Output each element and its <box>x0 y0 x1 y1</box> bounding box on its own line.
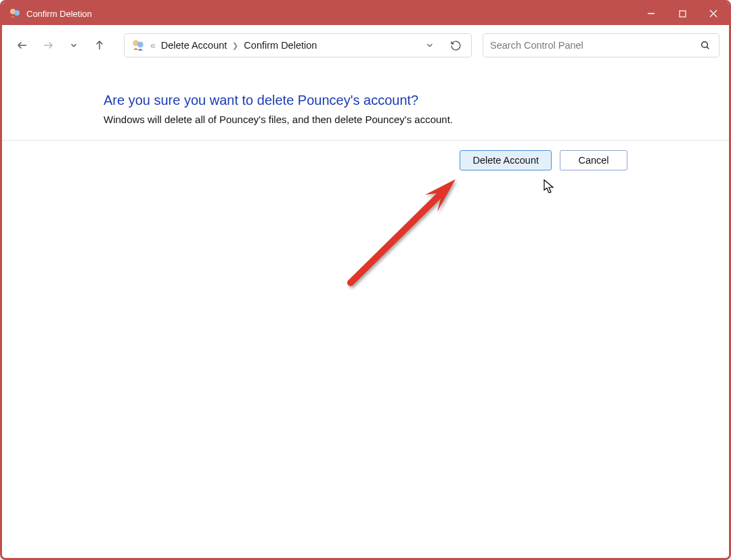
up-button[interactable] <box>89 34 110 56</box>
minimize-button[interactable] <box>636 2 667 25</box>
window: Confirm Deletion <box>0 0 731 560</box>
delete-account-button[interactable]: Delete Account <box>460 150 552 170</box>
svg-line-13 <box>351 193 442 283</box>
action-row: Delete Account Cancel <box>104 141 729 170</box>
address-dropdown-button[interactable] <box>420 35 440 55</box>
cursor-icon <box>544 179 556 197</box>
back-button[interactable] <box>12 34 33 56</box>
address-bar[interactable]: « Delete Account ❯ Confirm Deletion <box>124 33 472 57</box>
user-accounts-icon <box>131 39 145 52</box>
svg-point-11 <box>702 42 708 48</box>
chevron-right-icon[interactable]: ❯ <box>232 41 238 50</box>
breadcrumb-ellipsis[interactable]: « <box>150 40 156 51</box>
svg-point-1 <box>14 10 20 16</box>
refresh-button[interactable] <box>445 35 466 55</box>
page-description: Windows will delete all of Pouncey's fil… <box>104 114 695 125</box>
window-controls <box>636 2 729 25</box>
svg-line-12 <box>707 47 709 49</box>
recent-locations-button[interactable] <box>63 34 85 56</box>
cancel-button[interactable]: Cancel <box>560 150 627 170</box>
search-placeholder: Search Control Panel <box>490 40 699 51</box>
close-button[interactable] <box>698 2 729 25</box>
search-input[interactable]: Search Control Panel <box>483 33 719 57</box>
svg-rect-3 <box>680 11 686 17</box>
maximize-button[interactable] <box>667 2 698 25</box>
breadcrumb-prev[interactable]: Delete Account <box>161 40 227 51</box>
titlebar: Confirm Deletion <box>2 2 729 25</box>
forward-button[interactable] <box>37 34 59 56</box>
search-icon <box>699 39 712 52</box>
window-title: Confirm Deletion <box>26 9 92 19</box>
breadcrumb-current[interactable]: Confirm Deletion <box>244 40 317 51</box>
content-area: Are you sure you want to delete Pouncey'… <box>2 66 729 170</box>
annotation-arrow <box>344 164 547 300</box>
svg-point-10 <box>137 41 143 47</box>
toolbar: « Delete Account ❯ Confirm Deletion Sear… <box>2 25 729 66</box>
svg-marker-14 <box>425 179 456 212</box>
user-accounts-icon <box>9 7 21 20</box>
page-heading: Are you sure you want to delete Pouncey'… <box>104 93 695 108</box>
